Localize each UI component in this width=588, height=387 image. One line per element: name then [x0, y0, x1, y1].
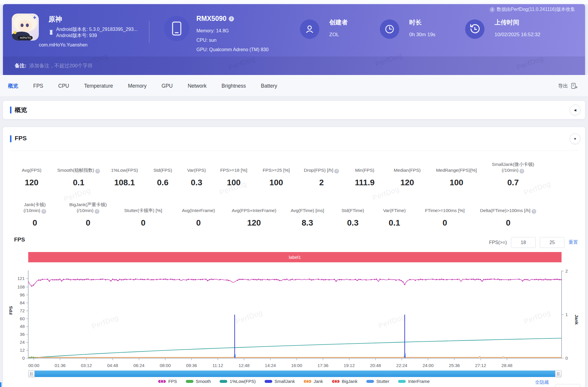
upload-label: 上传时间: [495, 18, 519, 26]
stat-cell: 1%Low(FPS)108.1: [103, 160, 146, 187]
fps-collapse-button[interactable]: ▼: [570, 134, 580, 144]
game-title: 原神: [49, 15, 62, 24]
help-icon[interactable]: ?: [532, 209, 536, 214]
stat-cell: Std(FTime)0.3: [333, 201, 373, 228]
collect-note-text: 数据由PerfDog(11.0.241116)版本收集: [497, 6, 575, 13]
tab-fps[interactable]: FPS: [33, 83, 43, 89]
overview-collapse-button[interactable]: ◀: [570, 105, 580, 115]
game-icon-caption: miHoYo: [18, 36, 33, 40]
stat-value: 108.1: [103, 178, 146, 187]
tab-brightness[interactable]: Brightness: [222, 83, 246, 89]
legend-swatch: [366, 380, 374, 383]
hide-all-link[interactable]: 全隐藏: [535, 379, 549, 386]
tab-cpu[interactable]: CPU: [58, 83, 69, 89]
stat-value: 0.7: [484, 178, 542, 187]
stat-label: FPS>=25 [%]: [254, 160, 299, 173]
stat-value: 0: [416, 218, 474, 228]
chart-legend: FPSSmooth1%Low(FPS)SmallJankJankBigJankS…: [0, 379, 588, 384]
stat-label: Stutter(卡顿率) [%]: [115, 201, 171, 213]
stat-cell: Avg(FTime) [ms]8.3: [282, 201, 333, 228]
duration-icon-circle: [380, 19, 399, 39]
reset-link[interactable]: 重置: [569, 239, 578, 246]
help-icon[interactable]: ?: [334, 169, 339, 174]
legend-item-smooth[interactable]: Smooth: [186, 379, 211, 384]
package-name: com.miHoYo.Yuanshen: [39, 42, 88, 48]
tab-temperature[interactable]: Temperature: [84, 83, 113, 89]
device-info-icon[interactable]: i: [229, 16, 234, 21]
legend-item-1-low-fps-[interactable]: 1%Low(FPS): [220, 379, 255, 384]
fps-stats-row-1: Avg(FPS)120Smooth(稳帧指数)?0.11%Low(FPS)108…: [9, 160, 542, 187]
legend-item-interframe[interactable]: InterFrame: [398, 379, 430, 384]
stat-value: 100: [214, 178, 254, 187]
tab-memory[interactable]: Memory: [128, 83, 146, 89]
overview-title: 概览: [15, 106, 27, 114]
fps-filter-label: FPS(>=): [489, 240, 507, 245]
fps-threshold-input-1[interactable]: [511, 237, 536, 248]
upload-icon-circle: [465, 19, 485, 39]
android-icon: [49, 29, 54, 36]
legend-swatch: [304, 380, 311, 383]
fps-chart-title: FPS: [14, 236, 25, 243]
header-divider: [149, 21, 149, 43]
export-icon: [571, 83, 578, 89]
legend-label: Stutter: [376, 379, 389, 384]
tab-overview[interactable]: 概览: [8, 82, 18, 89]
legend-item-fps[interactable]: FPS: [158, 379, 177, 384]
duration-label: 时长: [409, 18, 422, 26]
stat-label: Median(FPS): [385, 160, 429, 173]
accent-bar: [10, 106, 11, 114]
stat-cell: Drop(FPS) [/h]?2: [299, 160, 344, 187]
export-label: 导出: [558, 83, 568, 89]
device-memory: Memory: 14.8G: [196, 28, 229, 34]
stat-cell: FTime>=100ms [%]0: [416, 201, 474, 228]
scrollbar-bar[interactable]: [35, 371, 555, 377]
stat-value: 120: [226, 218, 282, 228]
remark-field[interactable]: 备注: 添加备注，不超过200个字符: [3, 56, 585, 75]
stat-label: Avg(FTime) [ms]: [282, 201, 333, 213]
legend-label: InterFrame: [408, 379, 430, 384]
stat-cell: Avg(FPS)120: [9, 160, 54, 187]
legend-item-stutter[interactable]: Stutter: [366, 379, 389, 384]
stat-value: 0.3: [333, 218, 373, 228]
stat-cell: BigJank(严重卡顿)(/10min)?0: [61, 201, 115, 228]
chart-range-scrollbar[interactable]: [28, 371, 562, 377]
stat-value: 0.1: [373, 218, 416, 228]
fps-threshold-input-2[interactable]: [540, 237, 564, 248]
stat-label: Var(FTime): [373, 201, 416, 213]
stat-cell: Median(FPS)120: [385, 160, 429, 187]
legend-swatch: [220, 380, 227, 383]
scrollbar-left-handle[interactable]: [28, 370, 35, 377]
stat-label: Avg(InterFrame): [171, 201, 226, 213]
legend-item-jank[interactable]: Jank: [304, 379, 323, 384]
legend-swatch: [186, 380, 193, 383]
stat-value: 0: [61, 218, 115, 228]
export-button[interactable]: 导出: [558, 75, 578, 97]
creator-label: 创建者: [329, 18, 348, 26]
help-icon[interactable]: ?: [519, 169, 524, 174]
stat-cell: Delta(FTime)>100ms [/h]?0: [474, 201, 542, 228]
help-icon[interactable]: ?: [41, 209, 46, 214]
legend-item-smalljank[interactable]: SmallJank: [265, 379, 295, 384]
stat-value: 120: [9, 178, 54, 187]
tab-gpu[interactable]: GPU: [161, 83, 173, 89]
stat-label: Min(FPS): [344, 160, 385, 173]
tab-battery[interactable]: Battery: [261, 83, 277, 89]
help-icon[interactable]: ?: [95, 209, 99, 214]
android-version-name: Android版本名: 5.3.0_29183395_293...: [56, 26, 138, 33]
duration-value: 0h 30m 19s: [409, 32, 435, 38]
legend-item-bigjank[interactable]: BigJank: [332, 379, 358, 384]
stat-value: 0.6: [146, 178, 179, 187]
game-icon: ✦ miHoYo: [12, 14, 39, 41]
stat-cell: FPS>=25 [%]100: [254, 160, 299, 187]
stat-label: Std(FPS): [146, 160, 179, 173]
help-icon[interactable]: ?: [95, 169, 100, 174]
tab-network[interactable]: Network: [188, 83, 206, 89]
overview-card: 概览 ◀: [3, 101, 585, 119]
scrollbar-right-handle[interactable]: [555, 370, 562, 377]
creator-value: ZOL: [329, 32, 339, 38]
stat-value: 0: [171, 218, 226, 228]
triangle-down-icon: ▼: [574, 137, 577, 141]
triangle-left-icon: ◀: [574, 108, 576, 112]
device-model-row: RMX5090 i: [196, 15, 234, 23]
stat-value: 100: [254, 178, 299, 187]
